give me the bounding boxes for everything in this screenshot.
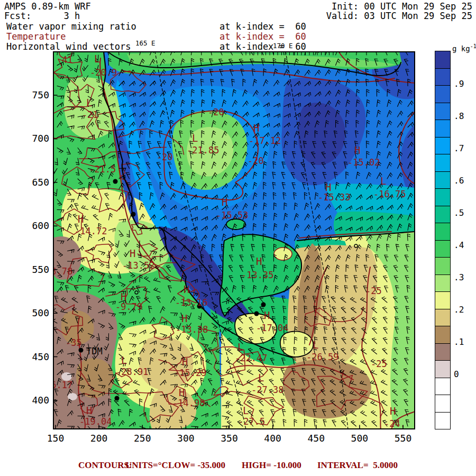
low-marker: L	[243, 405, 249, 416]
contour-interval: INTERVAL= 5.0000	[317, 460, 398, 471]
colorbar-cell	[435, 85, 451, 103]
contour-units: UNITS=°C	[125, 460, 168, 471]
x-tick-label: 200	[90, 433, 108, 444]
contour-value-label: 41	[62, 54, 72, 65]
high-marker: H	[181, 313, 187, 324]
colorbar-cell	[435, 223, 451, 241]
high-marker: H	[264, 309, 270, 321]
colorbar-cell	[435, 171, 451, 189]
contour-value-label: -20.9	[90, 67, 117, 78]
station-dot	[79, 348, 84, 353]
station-dot	[254, 312, 259, 316]
low-marker: L	[380, 175, 386, 187]
high-marker: H	[86, 405, 92, 416]
station-dot	[261, 303, 266, 307]
low-marker: L	[86, 97, 92, 108]
colorbar-cell	[435, 137, 451, 155]
contour-value-label: -21.85	[187, 145, 219, 155]
contour-value-label: -13.35	[241, 270, 273, 280]
weather-plot-page: AMPS 0.89-km WRF Fcst: 3 h Init: 00 UTC …	[0, 0, 476, 476]
high-marker: H	[121, 291, 126, 303]
contour-value-label: -20	[157, 152, 173, 162]
contour-value-label: -16.75	[373, 189, 406, 199]
colorbar-cell	[435, 51, 451, 69]
colorbar	[435, 51, 451, 429]
colorbar-cell	[435, 395, 451, 413]
station-dot	[113, 179, 118, 184]
station-dot	[115, 396, 120, 401]
contour-value-label: -27.38	[251, 385, 283, 395]
contour-value-label: -24.	[384, 418, 406, 429]
contour-value-label: -19.04	[79, 416, 112, 427]
contour-value-label: -21.5	[89, 164, 116, 175]
x-tick-label: 400	[264, 433, 281, 444]
contour-value-label: -8.78	[53, 266, 72, 277]
high-marker: H	[354, 144, 360, 156]
colorbar-cell	[435, 378, 451, 396]
colorbar-cell	[435, 274, 451, 292]
colorbar-tick-label: .9	[454, 79, 464, 89]
contour-info-line: CONTOURS: UNITS=°C LOW= -35.000 HIGH= -1…	[0, 460, 476, 473]
meridian-label-165e: 165 E	[135, 39, 155, 47]
contour-value-label: -21	[82, 109, 98, 120]
contour-value-label: -20	[208, 107, 224, 117]
high-marker: H	[325, 181, 331, 193]
colorbar-tick-label: .1	[454, 337, 464, 347]
x-tick-label: 250	[134, 433, 151, 444]
x-tick-label: 150	[47, 433, 65, 444]
contour-low: LOW= -35.000	[168, 460, 225, 471]
contour-value-label: -20	[248, 155, 264, 166]
contour-value-label: -14.98	[172, 398, 205, 408]
high-marker: H	[390, 405, 396, 417]
field-level-temperature: at k-index = 60	[219, 32, 306, 42]
field-level-wind: at k-index = 60	[219, 42, 306, 52]
colorbar-tick-label: .4	[454, 240, 464, 250]
contour-value-label: -35	[66, 337, 82, 348]
contour-value-label: -6.17	[53, 380, 72, 390]
colorbar-tick-label: 0	[454, 369, 459, 379]
y-tick-label: 550	[17, 264, 49, 275]
high-marker: H	[179, 387, 185, 398]
y-tick-label: 750	[17, 89, 49, 100]
colorbar-cell	[435, 257, 451, 275]
meridian-label-170e: 170 E	[273, 42, 293, 50]
colorbar-tick-label: .5	[454, 208, 464, 218]
colorbar-cell	[435, 120, 451, 138]
colorbar-cell	[435, 309, 451, 327]
colorbar-tick-label: .8	[454, 111, 464, 121]
forecast-hour: Fcst: 3 h	[4, 11, 80, 21]
contour-value-label: -17.04	[256, 323, 288, 333]
contour-value-label: TDM	[86, 346, 103, 356]
contour-value-label: -9.79	[115, 301, 142, 312]
contours-label: CONTOURS:	[78, 460, 132, 471]
contour-value-label: -14.72	[75, 226, 107, 236]
contour-value-label: -15.33	[318, 192, 350, 203]
low-marker: L	[237, 341, 243, 353]
field-label-moisture: Water vapor mixing ratio	[6, 22, 136, 32]
contour-value-label: -13.38	[176, 324, 208, 335]
low-marker: L	[121, 354, 127, 366]
contour-value-label: -15.29	[174, 368, 206, 378]
y-tick-label: 650	[17, 177, 49, 188]
contour-value-label: -13.16	[175, 297, 207, 308]
low-marker: L	[192, 132, 198, 144]
y-tick-label: 700	[17, 133, 49, 144]
y-tick-label: 450	[17, 351, 49, 362]
small-peninsula	[226, 219, 245, 230]
high-marker: H	[253, 122, 259, 134]
field-label-wind: Horizontal wind vectors	[6, 42, 131, 52]
contour-value-label: -26.59	[306, 352, 338, 362]
low-marker: L	[258, 372, 264, 383]
high-marker: H	[184, 283, 189, 295]
contour-value-label: -28.91	[116, 367, 148, 377]
colorbar-tick-label: .7	[454, 143, 464, 153]
colorbar-cell	[435, 188, 451, 206]
colorbar-cell	[435, 68, 451, 86]
high-marker: H	[78, 213, 84, 225]
colorbar-cell	[435, 103, 451, 121]
colorbar-cell	[435, 240, 451, 258]
contour-value-label: -17.12	[249, 135, 281, 146]
contour-value-label: -25	[371, 359, 387, 369]
erebus-summit	[274, 248, 292, 260]
x-tick-label: 500	[351, 433, 369, 444]
